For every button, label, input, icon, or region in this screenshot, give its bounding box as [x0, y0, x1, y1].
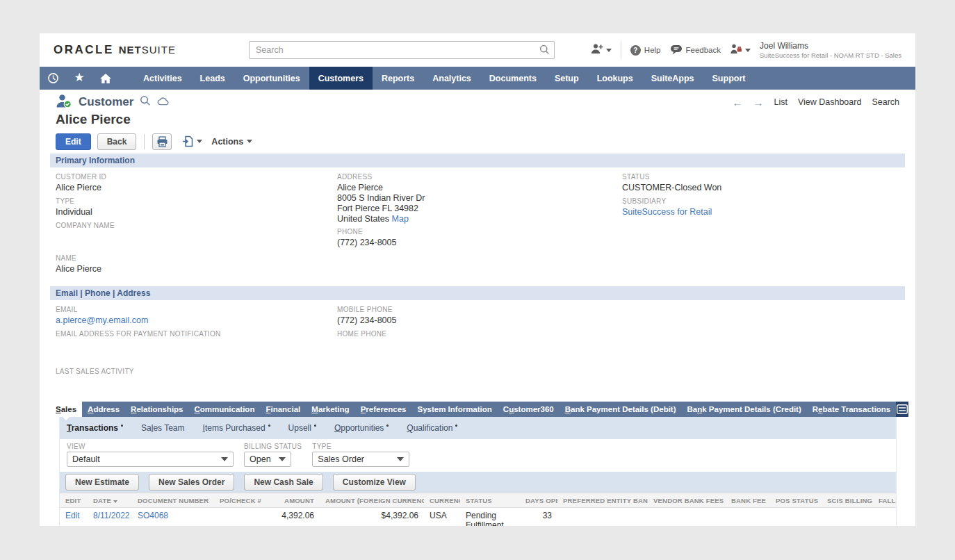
previous-record-arrow-icon[interactable]: ←: [732, 97, 742, 108]
back-button[interactable]: Back: [97, 133, 137, 150]
contact-section-header[interactable]: Email | Phone | Address: [50, 286, 905, 300]
type-select-value: Sales Order: [318, 454, 364, 464]
tab-customer360[interactable]: Customer360: [498, 402, 560, 417]
col-document-number[interactable]: DOCUMENT NUMBER: [132, 493, 214, 508]
search-link[interactable]: Search: [872, 97, 899, 107]
help-button[interactable]: ? Help: [630, 45, 661, 56]
oracle-netsuite-logo[interactable]: ORACLE NETSUITE: [54, 43, 176, 57]
user-menu[interactable]: Joel Williams SuiteSuccess for Retail - …: [760, 41, 901, 60]
map-link[interactable]: Map: [392, 214, 409, 224]
subtab-bullet: [386, 425, 389, 427]
billing-status-select[interactable]: Open: [244, 452, 291, 467]
col-currency[interactable]: CURRENCY: [424, 493, 460, 508]
col-date[interactable]: DATE: [88, 493, 132, 508]
tab-communication[interactable]: Communication: [189, 402, 261, 417]
printer-icon: [156, 136, 168, 147]
subtab-opportunities[interactable]: Opportunities: [334, 423, 389, 433]
edit-button[interactable]: Edit: [56, 133, 91, 150]
nav-lookups[interactable]: Lookups: [588, 67, 642, 90]
new-estimate-button[interactable]: New Estimate: [65, 474, 139, 491]
col-bank-fee[interactable]: BANK FEE: [726, 493, 770, 508]
list-link[interactable]: List: [774, 97, 787, 107]
nav-suiteapps[interactable]: SuiteApps: [642, 67, 703, 90]
header-actions: ? Help Feedback Joel Williams SuiteSucce…: [590, 41, 901, 60]
nav-activities[interactable]: Activities: [134, 67, 191, 90]
col-po-check[interactable]: PO/CHECK #: [214, 493, 267, 508]
document-number-link[interactable]: SO4068: [138, 511, 168, 520]
print-button[interactable]: [152, 133, 172, 150]
nav-leads[interactable]: Leads: [191, 67, 234, 90]
nav-setup[interactable]: Setup: [546, 67, 588, 90]
col-fallback[interactable]: FALLBA: [873, 493, 896, 508]
recent-records-icon[interactable]: [40, 67, 66, 90]
col-preferred-entity-bank[interactable]: PREFERRED ENTITY BANK: [557, 493, 648, 508]
netsuite-logo-net: NET: [119, 44, 142, 56]
nav-documents[interactable]: Documents: [480, 67, 546, 90]
tab-marketing[interactable]: Marketing: [306, 402, 354, 417]
edit-link[interactable]: Edit: [65, 511, 80, 520]
new-sales-order-button[interactable]: New Sales Order: [149, 474, 234, 491]
shortcuts-star-icon[interactable]: ★: [66, 67, 92, 90]
customer-id-value: Alice Pierce: [56, 183, 337, 194]
subtab-bullet: [121, 425, 123, 427]
email-link[interactable]: a.pierce@my.email.com: [56, 315, 148, 325]
tab-relationships[interactable]: Relationships: [125, 402, 188, 417]
nav-analytics[interactable]: Analytics: [423, 67, 480, 90]
col-status[interactable]: STATUS: [460, 493, 520, 508]
user-name: Joel Williams: [760, 41, 901, 51]
record-search-icon[interactable]: [140, 95, 151, 109]
feedback-button[interactable]: Feedback: [670, 44, 721, 56]
tab-overflow-menu-icon[interactable]: [896, 402, 908, 417]
col-days-open[interactable]: DAYS OPEN: [520, 493, 557, 508]
caret-down-icon: [606, 49, 612, 52]
tab-preferences[interactable]: Preferences: [355, 402, 412, 417]
customize-view-button[interactable]: Customize View: [333, 474, 416, 491]
nav-reports[interactable]: Reports: [373, 67, 423, 90]
col-scis-billing[interactable]: SCIS BILLING: [822, 493, 873, 508]
actions-menu[interactable]: Actions: [211, 137, 252, 147]
nav-customers[interactable]: Customers: [309, 67, 373, 90]
subsidiary-link[interactable]: SuiteSuccess for Retail: [622, 207, 712, 217]
col-amount[interactable]: AMOUNT: [267, 493, 320, 508]
subtab-qualification[interactable]: Qualification: [407, 423, 457, 433]
create-new-menu[interactable]: [590, 43, 612, 57]
tab-address[interactable]: Address: [82, 402, 125, 417]
new-record-menu[interactable]: [182, 135, 202, 147]
date-link[interactable]: 8/11/2022: [93, 511, 130, 520]
name-label: NAME: [56, 254, 337, 263]
primary-information-header[interactable]: Primary Information: [50, 154, 905, 167]
subtab-sales-team[interactable]: Sales Team: [141, 423, 185, 433]
next-record-arrow-icon[interactable]: →: [753, 97, 763, 108]
record-notes-icon[interactable]: [157, 96, 170, 108]
tab-bank-payment-details-credit[interactable]: Bank Payment Details (Credit): [682, 402, 807, 417]
tab-sales[interactable]: Sales: [50, 402, 82, 417]
view-dashboard-link[interactable]: View Dashboard: [798, 97, 862, 107]
type-select[interactable]: Sales Order: [312, 452, 409, 467]
table-row: Edit 8/11/2022 SO4068 4,392.06 $4,392.06…: [60, 508, 896, 527]
col-vendor-bank-fees[interactable]: VENDOR BANK FEES: [648, 493, 726, 508]
new-cash-sale-button[interactable]: New Cash Sale: [244, 474, 323, 491]
tab-bank-payment-details-debit[interactable]: Bank Payment Details (Debit): [560, 402, 682, 417]
col-pos-status[interactable]: POS STATUS: [770, 493, 822, 508]
roles-menu[interactable]: [730, 43, 751, 57]
subtab-transactions[interactable]: Transactions: [67, 423, 123, 433]
subtab-items-purchased[interactable]: Items Purchased: [203, 423, 270, 433]
search-icon[interactable]: [539, 44, 550, 58]
tab-financial[interactable]: Financial: [260, 402, 306, 417]
days-open-cell: 33: [520, 508, 557, 527]
payment-email-label: EMAIL ADDRESS FOR PAYMENT NOTIFICATION: [56, 330, 337, 338]
col-amount-foreign[interactable]: AMOUNT (FOREIGN CURRENCY): [320, 493, 424, 508]
transaction-actions: New Estimate New Sales Order New Cash Sa…: [60, 472, 896, 493]
subtab-upsell[interactable]: Upsell: [288, 423, 316, 433]
record-toolbar: Edit Back Actions: [56, 133, 899, 150]
preferred-entity-bank-cell: [557, 508, 648, 527]
col-edit[interactable]: EDIT: [60, 493, 88, 508]
home-icon[interactable]: [92, 67, 119, 90]
nav-opportunities[interactable]: Opportunities: [234, 67, 309, 90]
tab-rebate-transactions[interactable]: Rebate Transactions: [807, 402, 897, 417]
view-select[interactable]: Default: [67, 452, 234, 467]
email-field: EMAIL a.pierce@my.email.com: [56, 306, 337, 327]
global-search-input[interactable]: [249, 41, 555, 59]
tab-system-information[interactable]: System Information: [411, 402, 497, 417]
nav-support[interactable]: Support: [703, 67, 755, 90]
